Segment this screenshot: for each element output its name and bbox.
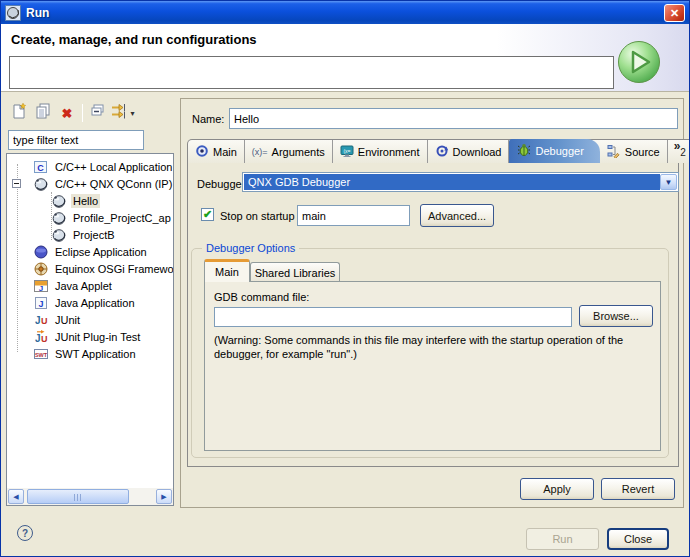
revert-button[interactable]: Revert	[601, 478, 675, 500]
qnx-qconn-icon	[33, 176, 49, 192]
tree-item-eclipse-application[interactable]: Eclipse Application	[7, 243, 173, 260]
dialog-header-title: Create, manage, and run configurations	[11, 32, 257, 47]
filter-button[interactable]: ▾	[110, 101, 134, 125]
name-label: Name:	[192, 113, 224, 125]
tab-main[interactable]: Main	[188, 140, 245, 163]
close-icon: ✕	[670, 7, 679, 20]
gdb-warning-line1: (Warning: Some commands in this file may…	[214, 334, 623, 346]
tree-item-projectb[interactable]: ProjectB	[7, 226, 173, 243]
advanced-button[interactable]: Advanced...	[420, 204, 494, 227]
scrollbar-thumb[interactable]	[27, 489, 129, 504]
close-window-button[interactable]: ✕	[664, 4, 685, 22]
options-tab-main[interactable]: Main	[204, 259, 250, 282]
scroll-left-icon: ◀	[13, 493, 18, 501]
svg-text:SWT: SWT	[35, 351, 48, 357]
scroll-left-button[interactable]: ◀	[8, 489, 24, 504]
debugger-selected-value: QNX GDB Debugger	[244, 174, 660, 190]
svg-text:J: J	[35, 333, 41, 344]
combo-dropdown-button[interactable]: ▼	[660, 174, 677, 190]
tree-item-equinox-osgi[interactable]: Equinox OSGi Framewor	[7, 260, 173, 277]
filter-input[interactable]	[8, 130, 144, 150]
tab-overflow-button[interactable]: » 2	[668, 140, 690, 163]
download-icon	[435, 144, 449, 160]
debugger-select[interactable]: QNX GDB Debugger ▼	[242, 172, 679, 192]
svg-text:U: U	[41, 334, 48, 344]
tab-overflow-count: 2	[680, 147, 686, 158]
svg-text:U: U	[41, 316, 48, 326]
junit-plugin-icon: JU	[33, 329, 49, 345]
target-icon	[195, 144, 209, 160]
help-icon: ?	[22, 528, 28, 539]
collapse-expander-icon[interactable]	[12, 179, 21, 188]
environment-icon: (x=	[340, 144, 354, 160]
tree-rows: C C/C++ Local Application C/C++ QNX QCon…	[7, 158, 173, 362]
swt-icon: SWT	[33, 346, 49, 362]
qnx-qconn-icon	[51, 193, 67, 209]
tree-item-hello[interactable]: Hello	[7, 192, 173, 209]
gdb-command-file-input[interactable]	[214, 307, 572, 327]
chevron-down-icon: ▼	[665, 178, 673, 187]
source-icon	[607, 144, 621, 160]
tree-item-cpp-qnx-qconn[interactable]: C/C++ QNX QConn (IP)	[7, 175, 173, 192]
bug-icon	[517, 143, 531, 159]
tree-item-junit-plugin-test[interactable]: JU JUnit Plug-in Test	[7, 328, 173, 345]
arguments-icon: (x)=	[252, 147, 268, 157]
tree-item-cpp-local-application[interactable]: C C/C++ Local Application	[7, 158, 173, 175]
scroll-right-icon: ▶	[161, 493, 166, 501]
qnx-qconn-icon	[51, 210, 67, 226]
tab-environment[interactable]: (x= Environment	[333, 140, 428, 163]
help-button[interactable]: ?	[17, 525, 33, 541]
tree-item-junit[interactable]: JU JUnit	[7, 311, 173, 328]
new-configuration-button[interactable]	[7, 101, 31, 125]
svg-text:J: J	[38, 299, 43, 309]
window-title: Run	[26, 6, 49, 20]
tree-item-swt-application[interactable]: SWT SWT Application	[7, 345, 173, 362]
tab-source[interactable]: Source	[600, 140, 668, 163]
run-orb-icon	[617, 40, 661, 84]
tab-debugger[interactable]: Debugger	[509, 139, 599, 163]
close-button[interactable]: Close	[607, 528, 669, 550]
titlebar[interactable]: Run ✕	[1, 1, 689, 24]
browse-button[interactable]: Browse...	[579, 305, 653, 327]
eclipse-icon	[33, 244, 49, 260]
chevron-overflow-icon: »	[674, 141, 681, 151]
java-application-icon: J	[33, 295, 49, 311]
message-area	[9, 56, 614, 89]
run-dialog-icon	[5, 5, 21, 21]
delete-button[interactable]: ✖	[55, 101, 79, 125]
apply-button[interactable]: Apply	[520, 478, 594, 500]
toolbar-separator	[82, 104, 83, 122]
svg-text:C: C	[37, 162, 44, 172]
c-application-icon: C	[33, 159, 49, 175]
run-button: Run	[526, 528, 599, 550]
svg-text:J: J	[35, 315, 41, 326]
configuration-tab-strip: Main (x)= Arguments (x= Environment Down…	[187, 139, 690, 163]
tree-item-java-applet[interactable]: J Java Applet	[7, 277, 173, 294]
tree-horizontal-scrollbar[interactable]: ◀ ▶	[7, 488, 173, 505]
gdb-command-file-label: GDB command file:	[214, 291, 309, 303]
tab-arguments[interactable]: (x)= Arguments	[245, 140, 333, 163]
debugger-label: Debugger:	[197, 178, 248, 190]
duplicate-icon	[34, 102, 52, 124]
checkmark-icon: ✔	[203, 209, 212, 220]
qnx-qconn-icon	[51, 227, 67, 243]
dropdown-caret-icon: ▾	[131, 109, 135, 118]
scroll-right-button[interactable]: ▶	[156, 489, 172, 504]
configurations-tree[interactable]: C C/C++ Local Application C/C++ QNX QCon…	[6, 153, 174, 506]
duplicate-button[interactable]	[31, 101, 55, 125]
name-input[interactable]	[229, 108, 678, 129]
new-configuration-icon	[10, 102, 28, 124]
junit-icon: JU	[33, 312, 49, 328]
collapse-all-button[interactable]	[86, 101, 110, 125]
tree-item-java-application[interactable]: J Java Application	[7, 294, 173, 311]
tab-download[interactable]: Download	[428, 140, 510, 163]
scrollbar-grip	[74, 494, 83, 501]
filter-icon	[110, 102, 130, 124]
svg-text:(x=: (x=	[343, 147, 350, 153]
tree-item-profile-projectc[interactable]: Profile_ProjectC_ap	[7, 209, 173, 226]
java-applet-icon: J	[33, 278, 49, 294]
stop-on-startup-checkbox[interactable]: ✔	[201, 208, 214, 221]
debugger-options-title: Debugger Options	[202, 242, 299, 254]
options-tab-shared-libraries[interactable]: Shared Libraries	[250, 262, 340, 282]
stop-on-startup-input[interactable]	[297, 205, 410, 226]
